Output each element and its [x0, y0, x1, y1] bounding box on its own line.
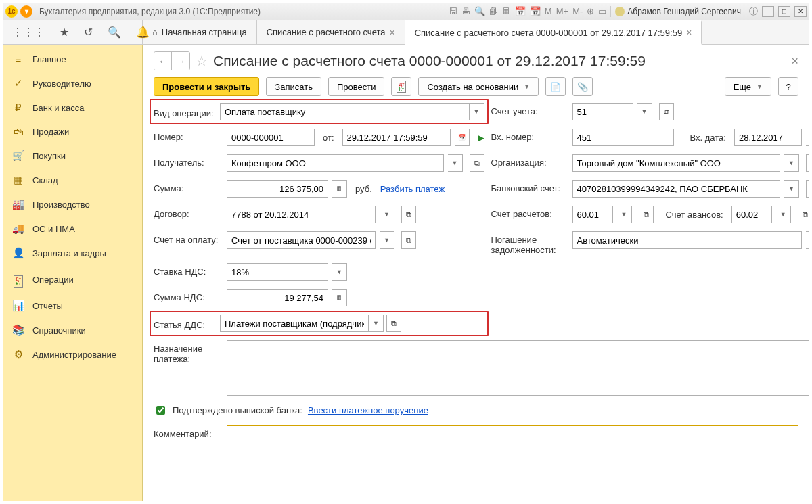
- bank-account-dropdown[interactable]: ▼: [784, 180, 799, 198]
- m-icon[interactable]: M: [545, 6, 552, 16]
- search-icon[interactable]: 🔍: [108, 26, 121, 39]
- contract-input[interactable]: [227, 206, 376, 223]
- settlement-dropdown[interactable]: ▼: [617, 206, 632, 223]
- ext-date-input[interactable]: [734, 129, 802, 146]
- bank-account-open[interactable]: ⧉: [806, 180, 809, 198]
- dds-open[interactable]: ⧉: [386, 315, 401, 332]
- print-form-button[interactable]: 📄: [545, 77, 566, 96]
- date-icon[interactable]: 📆: [530, 6, 541, 16]
- sidebar-item-assets[interactable]: 🚚ОС и НМА: [3, 216, 142, 241]
- ext-number-input[interactable]: [572, 129, 674, 146]
- info-icon[interactable]: ⓘ: [749, 5, 758, 18]
- organization-dropdown[interactable]: ▼: [784, 154, 799, 172]
- post-button[interactable]: Провести: [328, 77, 385, 96]
- close-tab-icon[interactable]: ×: [686, 27, 692, 38]
- minimize-button[interactable]: —: [762, 6, 774, 17]
- invoice-dropdown[interactable]: ▼: [380, 231, 394, 249]
- save-button[interactable]: Записать: [266, 77, 321, 96]
- close-tab-icon[interactable]: ×: [389, 27, 394, 38]
- sidebar-item-purchases[interactable]: 🛒Покупки: [3, 143, 142, 168]
- help-button[interactable]: ?: [778, 77, 798, 96]
- number-input[interactable]: [227, 129, 315, 146]
- recipient-dropdown[interactable]: ▼: [448, 154, 463, 172]
- nav-back-button[interactable]: ←: [154, 52, 172, 70]
- calendar-button[interactable]: 📅: [455, 129, 470, 146]
- vat-sum-calc[interactable]: 🖩: [332, 289, 347, 306]
- save-icon[interactable]: 🖫: [449, 6, 457, 16]
- settlement-open[interactable]: ⧉: [639, 206, 654, 223]
- calc-icon[interactable]: 🖩: [502, 6, 511, 16]
- vat-rate-input[interactable]: [227, 263, 328, 281]
- account-dropdown[interactable]: ▼: [637, 103, 652, 120]
- advance-dropdown[interactable]: ▼: [776, 206, 791, 223]
- vat-sum-input[interactable]: [227, 289, 328, 306]
- star-icon[interactable]: ★: [60, 26, 69, 39]
- sidebar-item-warehouse[interactable]: ▦Склад: [3, 168, 142, 192]
- organization-input[interactable]: [572, 154, 780, 172]
- history-icon[interactable]: ↺: [84, 26, 93, 39]
- account-input[interactable]: [572, 103, 633, 120]
- date-input[interactable]: [342, 129, 451, 146]
- more-button[interactable]: Еще▼: [725, 77, 771, 96]
- ext-date-calendar[interactable]: 📅: [806, 129, 809, 146]
- vat-rate-dropdown[interactable]: ▼: [332, 263, 347, 281]
- amount-input[interactable]: [227, 180, 328, 198]
- dds-input[interactable]: [220, 315, 369, 332]
- split-payment-link[interactable]: Разбить платеж: [380, 184, 445, 194]
- sidebar-item-payroll[interactable]: 👤Зарплата и кадры: [3, 241, 142, 265]
- zoom-icon[interactable]: ⊕: [587, 6, 594, 16]
- recipient-input[interactable]: [227, 154, 444, 172]
- compare-icon[interactable]: 🗐: [489, 6, 498, 16]
- sidebar-item-main[interactable]: ≡Главное: [3, 47, 142, 71]
- sidebar-item-admin[interactable]: ⚙Администрирование: [3, 342, 142, 367]
- page-close-button[interactable]: ×: [791, 54, 798, 68]
- m-minus-icon[interactable]: M-: [572, 6, 583, 16]
- dtkt-button[interactable]: ДтКт: [391, 77, 411, 96]
- bank-account-input[interactable]: [572, 180, 780, 198]
- sidebar-item-manager[interactable]: ✓Руководителю: [3, 71, 142, 95]
- sidebar-item-production[interactable]: 🏭Производство: [3, 192, 142, 216]
- purpose-textarea[interactable]: [227, 340, 809, 396]
- sidebar-item-reports[interactable]: 📊Отчеты: [3, 294, 142, 318]
- tab-home[interactable]: ⌂ Начальная страница: [143, 20, 257, 44]
- create-based-button[interactable]: Создать на основании▼: [418, 77, 539, 96]
- op-type-input[interactable]: [220, 103, 470, 120]
- sidebar-item-bank[interactable]: ₽Банк и касса: [3, 95, 142, 120]
- settlement-input[interactable]: [572, 206, 613, 223]
- contract-dropdown[interactable]: ▼: [380, 206, 394, 223]
- window-icon[interactable]: ▭: [598, 6, 606, 16]
- calendar-icon[interactable]: 📅: [515, 6, 526, 16]
- post-and-close-button[interactable]: Провести и закрыть: [154, 77, 259, 96]
- sidebar-item-catalogs[interactable]: 📚Справочники: [3, 318, 142, 342]
- advance-open[interactable]: ⧉: [798, 206, 809, 223]
- dds-dropdown[interactable]: ▼: [369, 315, 384, 332]
- print-icon[interactable]: 🖶: [461, 6, 470, 16]
- op-type-dropdown[interactable]: ▼: [470, 103, 484, 120]
- enter-order-link[interactable]: Ввести платежное поручение: [308, 405, 428, 415]
- confirmed-checkbox[interactable]: [156, 406, 165, 415]
- m-plus-icon[interactable]: M+: [556, 6, 568, 16]
- amount-calc[interactable]: 🖩: [332, 180, 347, 198]
- debt-input[interactable]: [572, 231, 802, 249]
- sidebar-item-operations[interactable]: ДтКтОперации: [3, 265, 142, 294]
- attach-button[interactable]: 📎: [572, 77, 593, 96]
- invoice-open[interactable]: ⧉: [401, 231, 416, 249]
- tab-doc-list[interactable]: Списание с расчетного счета ×: [257, 20, 405, 44]
- close-button[interactable]: ✕: [794, 6, 807, 17]
- dropdown-icon[interactable]: ▾: [20, 5, 32, 18]
- tab-doc-active[interactable]: Списание с расчетного счета 0000-000001 …: [405, 20, 702, 45]
- recipient-open[interactable]: ⧉: [470, 154, 484, 172]
- account-open[interactable]: ⧉: [659, 103, 674, 120]
- contract-open[interactable]: ⧉: [401, 206, 416, 223]
- debt-dropdown[interactable]: ▼: [806, 231, 809, 249]
- apps-icon[interactable]: ⋮⋮⋮: [12, 26, 45, 39]
- nav-forward-button[interactable]: →: [172, 52, 189, 70]
- invoice-input[interactable]: [227, 231, 376, 249]
- organization-open[interactable]: ⧉: [806, 154, 809, 172]
- preview-icon[interactable]: 🔍: [474, 6, 485, 16]
- maximize-button[interactable]: □: [778, 6, 790, 17]
- sidebar-item-sales[interactable]: 🛍Продажи: [3, 120, 142, 143]
- comment-input[interactable]: [227, 426, 798, 442]
- advance-input[interactable]: [731, 206, 772, 223]
- user-chip[interactable]: Абрамов Геннадий Сергеевич: [610, 6, 745, 17]
